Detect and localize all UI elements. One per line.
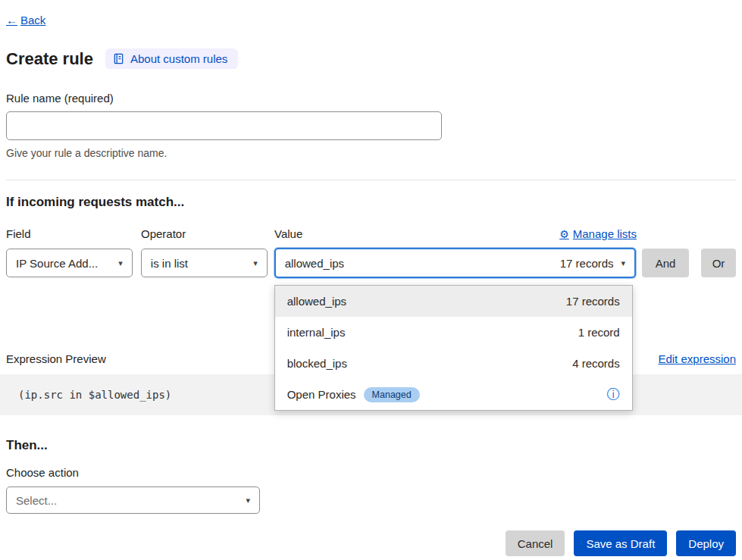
list-option-meta: 17 records	[566, 295, 620, 308]
create-rule-page: ← Back Create rule About custom rules Ru…	[0, 0, 742, 556]
edit-expression-link[interactable]: Edit expression	[658, 352, 736, 365]
list-option-name: blocked_ips	[287, 357, 347, 370]
rule-name-helper: Give your rule a descriptive name.	[6, 147, 736, 159]
expression-preview-label: Expression Preview	[6, 352, 106, 365]
book-icon	[113, 53, 124, 64]
back-arrow-icon: ←	[6, 14, 17, 27]
field-select[interactable]: IP Source Add... ▾	[6, 249, 133, 277]
about-custom-rules-label: About custom rules	[130, 52, 227, 65]
expression-code: (ip.src in $allowed_ips)	[18, 389, 171, 401]
manage-lists-label: Manage lists	[573, 227, 637, 240]
value-select-wrap: allowed_ips 17 records ▾ allowed_ips 17 …	[274, 248, 636, 278]
list-option-meta: 4 records	[572, 357, 620, 370]
cancel-button[interactable]: Cancel	[506, 530, 565, 556]
list-dropdown-menu: allowed_ips 17 records internal_ips 1 re…	[274, 285, 633, 411]
list-option-name: internal_ips	[287, 326, 346, 339]
value-label: Value	[274, 227, 302, 240]
footer-actions: Cancel Save as Draft Deploy	[6, 530, 736, 556]
action-select-placeholder: Select...	[16, 494, 57, 507]
rule-name-input[interactable]	[6, 111, 442, 140]
info-icon[interactable]: ⓘ	[607, 388, 620, 401]
operator-label: Operator	[141, 227, 268, 240]
operator-select-value: is in list	[151, 257, 188, 270]
list-option-name: Open Proxies	[287, 388, 356, 401]
then-heading: Then...	[6, 438, 736, 453]
list-option-blocked-ips[interactable]: blocked_ips 4 records	[275, 348, 632, 379]
match-heading: If incoming requests match...	[6, 195, 736, 210]
operator-select[interactable]: is in list ▾	[141, 249, 268, 277]
back-link[interactable]: ← Back	[6, 14, 45, 27]
list-option-name: allowed_ips	[287, 295, 346, 308]
page-title: Create rule	[6, 49, 93, 69]
list-option-allowed-ips[interactable]: allowed_ips 17 records	[275, 286, 632, 317]
list-option-open-proxies[interactable]: Open Proxies Managed ⓘ	[275, 379, 632, 410]
chevron-down-icon: ▾	[621, 258, 626, 268]
and-button[interactable]: And	[642, 249, 689, 277]
save-as-draft-button[interactable]: Save as Draft	[574, 530, 667, 556]
gear-icon: ⚙	[559, 228, 569, 240]
about-custom-rules-link[interactable]: About custom rules	[105, 48, 238, 69]
or-button[interactable]: Or	[701, 249, 736, 277]
deploy-button[interactable]: Deploy	[676, 530, 736, 556]
title-row: Create rule About custom rules	[6, 48, 736, 69]
field-select-value: IP Source Add...	[16, 257, 98, 270]
chevron-down-icon: ▾	[253, 258, 258, 268]
match-controls-row: IP Source Add... ▾ is in list ▾ allowed_…	[6, 248, 736, 278]
value-select-value: allowed_ips	[285, 257, 344, 270]
section-divider	[6, 180, 736, 180]
managed-badge: Managed	[364, 387, 420, 402]
back-label: Back	[20, 14, 45, 27]
chevron-down-icon: ▾	[118, 258, 123, 268]
choose-action-label: Choose action	[6, 466, 736, 479]
match-column-labels: Field Operator Value ⚙ Manage lists	[6, 227, 736, 240]
field-label: Field	[6, 227, 133, 240]
list-option-internal-ips[interactable]: internal_ips 1 record	[275, 317, 632, 348]
list-option-meta: 1 record	[578, 326, 620, 339]
value-select-meta: 17 records	[560, 257, 614, 270]
value-select[interactable]: allowed_ips 17 records ▾	[274, 248, 636, 278]
chevron-down-icon: ▾	[246, 496, 250, 505]
rule-name-label: Rule name (required)	[6, 92, 736, 105]
manage-lists-link[interactable]: ⚙ Manage lists	[559, 227, 637, 240]
action-select[interactable]: Select... ▾	[6, 486, 260, 514]
